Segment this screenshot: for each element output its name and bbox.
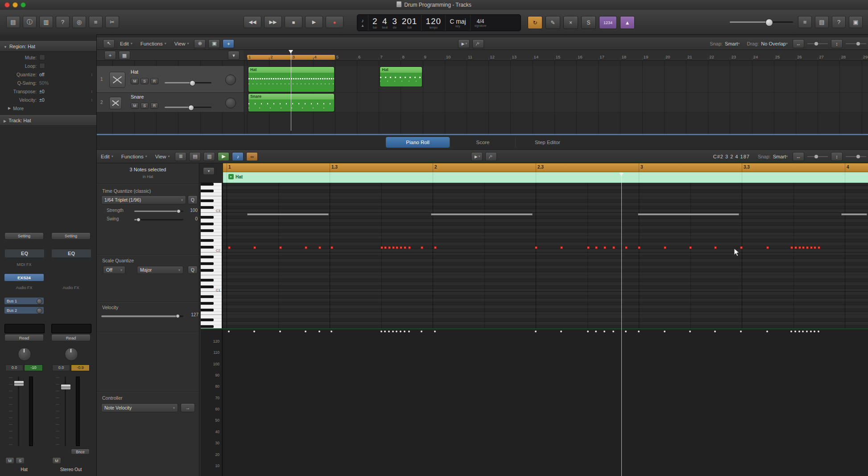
mute-button[interactable]: M <box>5 457 14 464</box>
piano-roll-ruler[interactable]: 11.322.333.34 <box>223 163 868 172</box>
midi-note[interactable] <box>802 246 805 249</box>
velocity-point[interactable] <box>638 331 640 332</box>
fader-cap[interactable] <box>61 384 71 390</box>
velocity-point[interactable] <box>818 331 819 332</box>
key-display[interactable]: C maj key <box>445 15 470 31</box>
metronome-button[interactable]: ▲ <box>620 16 635 29</box>
tools-icon[interactable]: ✂ <box>105 16 119 28</box>
midi-note[interactable] <box>603 246 606 249</box>
midi-in-icon[interactable]: ▶ <box>218 152 229 161</box>
zoom-thumb[interactable] <box>814 42 818 46</box>
instrument-slot[interactable]: EXS24 <box>4 274 44 281</box>
midi-note[interactable] <box>408 246 411 249</box>
track-name[interactable]: Hat <box>131 69 138 75</box>
track-pan-knob[interactable] <box>225 75 236 85</box>
velocity-point[interactable] <box>384 331 386 332</box>
eq-slot[interactable]: EQ <box>4 249 45 258</box>
velocity-point[interactable] <box>766 331 768 332</box>
velocity-lane[interactable]: 120110100908070605040302010 <box>201 328 868 476</box>
velocity-point[interactable] <box>664 331 665 332</box>
velocity-point[interactable] <box>603 331 605 332</box>
editor-playhead-marker[interactable] <box>619 173 624 176</box>
output-slot[interactable] <box>51 324 91 333</box>
velocity-point[interactable] <box>612 331 614 332</box>
autopunch-button[interactable]: × <box>563 16 578 29</box>
midi-note[interactable] <box>638 246 641 249</box>
velocity-point[interactable] <box>689 331 691 332</box>
pencil-tool[interactable]: ∕▾ <box>472 39 484 48</box>
controller-dropdown[interactable]: Note Velocity▾ <box>101 403 178 412</box>
velocity-point[interactable] <box>388 331 390 332</box>
stepper-icon[interactable]: ↕ <box>91 72 93 77</box>
velocity-point[interactable] <box>802 331 804 332</box>
param-value[interactable]: off <box>39 72 44 77</box>
zoom-thumb[interactable] <box>814 155 818 158</box>
zoom-vertical-icon[interactable]: ↕ <box>831 152 843 161</box>
piano-roll-grid[interactable] <box>223 183 868 328</box>
track-icon[interactable] <box>109 97 122 109</box>
tab-step-editor[interactable]: Step Editor <box>515 137 579 148</box>
quantize-apply-button[interactable]: Q <box>188 195 198 204</box>
tab-piano-roll[interactable]: Piano Roll <box>386 137 450 148</box>
record-enable-button[interactable]: R <box>150 78 158 84</box>
track-volume-slider[interactable] <box>165 80 211 85</box>
midi-note[interactable] <box>810 246 813 249</box>
piano-key-b2[interactable] <box>201 213 222 216</box>
param-value[interactable]: ±0 <box>39 97 45 103</box>
midi-note[interactable] <box>612 246 615 249</box>
solo-button[interactable]: S <box>581 16 596 29</box>
midi-note[interactable] <box>318 246 321 249</box>
menu-edit[interactable]: Edit▾ <box>101 154 113 159</box>
count-in-button[interactable]: 1234 <box>599 16 617 29</box>
midi-note[interactable] <box>689 246 692 249</box>
velocity-point[interactable] <box>790 331 792 332</box>
velocity-point[interactable] <box>253 331 255 332</box>
gain-value[interactable]: -0.9 <box>71 364 90 371</box>
pointer-tool[interactable]: ►▾ <box>458 39 470 48</box>
position-display[interactable]: 2bar 4beat 3div 201tick <box>368 15 422 31</box>
snap-mode[interactable]: Snap:Smart ▾ <box>710 41 740 46</box>
solo-button[interactable]: S <box>141 78 149 84</box>
mute-button[interactable]: M <box>131 103 139 109</box>
mute-button[interactable]: M <box>131 78 139 84</box>
dual-view-icon[interactable]: ▣ <box>849 16 863 28</box>
velocity-point[interactable] <box>421 331 422 332</box>
velocity-point[interactable] <box>814 331 815 332</box>
param-value[interactable]: 50% <box>39 80 49 86</box>
piano-key-f0[interactable] <box>201 312 222 315</box>
master-volume-slider[interactable] <box>728 16 795 28</box>
catch-icon[interactable]: ↖ <box>103 39 115 48</box>
midi-note[interactable] <box>790 246 793 249</box>
pan-value[interactable]: 0.0 <box>52 364 70 371</box>
velocity-point[interactable] <box>806 331 808 332</box>
midi-note[interactable] <box>253 246 256 249</box>
midi-note[interactable] <box>434 246 437 249</box>
rewind-button[interactable]: ◀◀ <box>244 16 261 28</box>
midi-note[interactable] <box>279 246 282 249</box>
gain-value[interactable]: -10 <box>24 364 43 371</box>
midi-note-sustained[interactable] <box>247 213 329 215</box>
piano-key-e3[interactable] <box>201 196 222 199</box>
midi-note-sustained[interactable] <box>638 213 739 215</box>
crosshair-icon[interactable]: ⊕ <box>194 39 206 48</box>
midi-note[interactable] <box>305 246 307 249</box>
piano-key-d1[interactable] <box>201 282 222 285</box>
swing-slider[interactable] <box>134 219 183 220</box>
list-edit-icon[interactable]: ≡ <box>798 16 812 28</box>
menu-view[interactable]: View▾ <box>174 41 189 46</box>
quick-help-icon[interactable]: ? <box>56 16 70 28</box>
midi-note[interactable] <box>400 246 402 249</box>
link-icon[interactable]: ∞ <box>246 152 258 161</box>
send-knob[interactable] <box>37 298 42 304</box>
midi-note[interactable] <box>814 246 816 249</box>
track-lane[interactable] <box>244 93 868 112</box>
cycle-button[interactable]: ↻ <box>528 16 542 29</box>
editor-snap-mode[interactable]: Snap:Smart ▾ <box>758 154 788 159</box>
playhead-marker[interactable] <box>289 50 293 54</box>
forward-button[interactable]: ▶▶ <box>264 16 282 28</box>
midi-note[interactable] <box>766 246 769 249</box>
menu-view[interactable]: View▾ <box>155 154 170 159</box>
catch-playhead-icon[interactable]: ♪ <box>232 152 244 161</box>
track-volume-slider[interactable] <box>165 105 211 110</box>
piano-key-ds2[interactable] <box>201 239 222 242</box>
